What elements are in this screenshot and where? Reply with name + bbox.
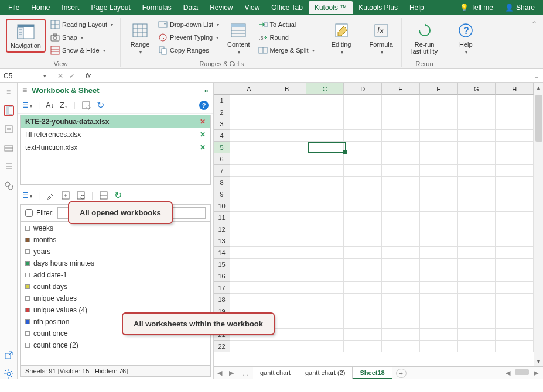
- row-header[interactable]: 11: [214, 212, 230, 223]
- row-header[interactable]: 8: [214, 177, 230, 188]
- cell[interactable]: [306, 188, 344, 200]
- menu-item-kutools-plus[interactable]: Kutools Plus: [353, 1, 404, 14]
- row-header[interactable]: 1: [214, 95, 230, 106]
- cell[interactable]: [306, 329, 344, 341]
- cell[interactable]: [344, 212, 382, 223]
- cell[interactable]: [420, 223, 458, 235]
- cell[interactable]: [344, 130, 382, 142]
- cell[interactable]: [458, 329, 496, 341]
- cell[interactable]: [496, 341, 534, 352]
- cell[interactable]: [306, 130, 344, 142]
- sheet-item[interactable]: days hours minutes: [21, 257, 210, 269]
- cell[interactable]: [420, 165, 458, 177]
- cell[interactable]: [268, 177, 306, 188]
- rename-sheet-icon[interactable]: [46, 191, 55, 200]
- cell[interactable]: [420, 130, 458, 142]
- cell[interactable]: [230, 95, 268, 106]
- cell[interactable]: [344, 270, 382, 282]
- sheet-item[interactable]: count once (2): [21, 339, 210, 351]
- cell[interactable]: [230, 200, 268, 212]
- close-workbook-icon[interactable]: ✕: [200, 130, 206, 139]
- menu-item-data[interactable]: Data: [177, 1, 204, 14]
- cell[interactable]: [306, 118, 344, 130]
- cell[interactable]: [496, 223, 534, 235]
- cell[interactable]: [344, 188, 382, 200]
- cell[interactable]: [382, 106, 420, 118]
- cell[interactable]: [420, 188, 458, 200]
- cell[interactable]: [382, 270, 420, 282]
- sheet-settings-icon[interactable]: [76, 191, 86, 200]
- cell[interactable]: [420, 247, 458, 259]
- sheet-item[interactable]: count days: [21, 281, 210, 293]
- show-hide-button[interactable]: Show & Hide▾: [48, 44, 115, 56]
- cell[interactable]: [382, 142, 420, 153]
- workbook-item[interactable]: KTE-22-youhua-data.xlsx✕: [21, 115, 210, 128]
- find-replace-pane-icon[interactable]: [4, 180, 14, 191]
- editing-button[interactable]: Editing▾: [328, 19, 355, 58]
- merge-split-button[interactable]: Merge & Split▾: [256, 44, 317, 56]
- cell[interactable]: [496, 130, 534, 142]
- row-header[interactable]: 4: [214, 130, 230, 142]
- toggle-visibility-icon[interactable]: [99, 191, 108, 200]
- cell[interactable]: [420, 305, 458, 317]
- cell[interactable]: [344, 95, 382, 106]
- cell[interactable]: [268, 200, 306, 212]
- cell[interactable]: [230, 142, 268, 153]
- row-header[interactable]: 18: [214, 294, 230, 305]
- cell[interactable]: [230, 223, 268, 235]
- cell[interactable]: [268, 153, 306, 165]
- add-sheet-button[interactable]: +: [396, 369, 407, 378]
- cell[interactable]: [382, 188, 420, 200]
- cell[interactable]: [382, 165, 420, 177]
- cell[interactable]: [344, 106, 382, 118]
- menu-item-help[interactable]: Help: [404, 1, 430, 14]
- column-header[interactable]: E: [382, 83, 420, 95]
- cell[interactable]: [458, 223, 496, 235]
- cell[interactable]: [382, 130, 420, 142]
- cell[interactable]: [458, 317, 496, 329]
- cell[interactable]: [382, 282, 420, 294]
- sheet-item[interactable]: months: [21, 234, 210, 246]
- tab-nav-next-icon[interactable]: ▶: [226, 369, 237, 377]
- cell[interactable]: [382, 329, 420, 341]
- sheet-tab[interactable]: gantt chart (2): [298, 367, 353, 379]
- cell[interactable]: [306, 142, 344, 153]
- cell[interactable]: [382, 177, 420, 188]
- tab-scroll-left-icon[interactable]: ◀: [506, 369, 510, 377]
- cell[interactable]: [268, 212, 306, 223]
- cell[interactable]: [382, 341, 420, 352]
- cell[interactable]: [458, 106, 496, 118]
- cell[interactable]: [382, 247, 420, 259]
- row-header[interactable]: 9: [214, 188, 230, 200]
- name-manager-pane-icon[interactable]: [4, 143, 14, 153]
- cell[interactable]: [230, 259, 268, 270]
- cell[interactable]: [306, 153, 344, 165]
- row-header[interactable]: 6: [214, 153, 230, 165]
- cell[interactable]: [230, 165, 268, 177]
- cell[interactable]: [496, 106, 534, 118]
- close-workbook-icon[interactable]: ✕: [200, 143, 206, 152]
- cell[interactable]: [458, 270, 496, 282]
- cell[interactable]: [344, 153, 382, 165]
- menu-item-formulas[interactable]: Formulas: [136, 1, 177, 14]
- cell[interactable]: [306, 200, 344, 212]
- row-header[interactable]: 2: [214, 106, 230, 118]
- cell[interactable]: [382, 200, 420, 212]
- cell[interactable]: [382, 294, 420, 305]
- cell[interactable]: [268, 341, 306, 352]
- cell[interactable]: [496, 212, 534, 223]
- cell[interactable]: [420, 259, 458, 270]
- cell[interactable]: [420, 142, 458, 153]
- vertical-scrollbar[interactable]: ▲ ▼: [534, 83, 543, 366]
- cell[interactable]: [382, 305, 420, 317]
- cell[interactable]: [306, 106, 344, 118]
- scroll-up-icon[interactable]: ▲: [534, 85, 543, 91]
- cell[interactable]: [458, 95, 496, 106]
- workbook-item[interactable]: fill references.xlsx✕: [21, 128, 210, 141]
- cell[interactable]: [420, 294, 458, 305]
- cell[interactable]: [496, 329, 534, 341]
- cell[interactable]: [496, 305, 534, 317]
- cell[interactable]: [306, 282, 344, 294]
- cell[interactable]: [496, 118, 534, 130]
- cell[interactable]: [496, 153, 534, 165]
